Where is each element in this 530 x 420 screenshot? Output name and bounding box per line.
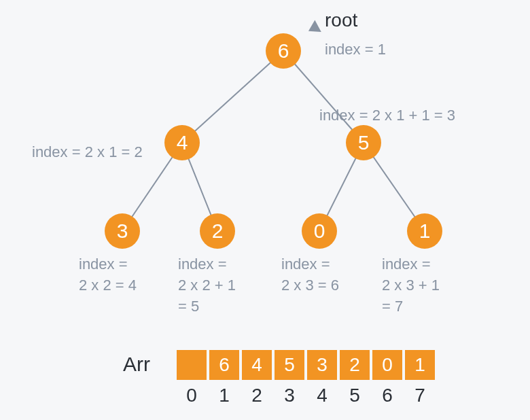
array-cell-2: 4 — [242, 350, 272, 380]
array-cell-6: 0 — [372, 350, 402, 380]
node-6: 0 — [302, 213, 337, 249]
root-index-label: index = 1 — [325, 39, 386, 60]
node-6-value: 0 — [314, 220, 325, 243]
node-7: 1 — [407, 213, 442, 249]
array-cell-4: 3 — [307, 350, 337, 380]
array-label: Arr — [123, 353, 150, 376]
array-cell-2-value: 4 — [251, 354, 262, 376]
node-7-index-label: index = 2 x 3 + 1 = 7 — [382, 254, 440, 317]
node-1: 6 — [266, 33, 301, 69]
node-7-value: 1 — [419, 220, 431, 243]
node-2-value: 4 — [177, 131, 188, 154]
node-3: 5 — [346, 125, 381, 160]
node-5-index-label: index = 2 x 2 + 1 = 5 — [178, 254, 236, 317]
array-index-7: 7 — [405, 385, 435, 406]
node-4-index-label: index = 2 x 2 = 4 — [79, 254, 137, 296]
array-cell-1-value: 6 — [219, 354, 230, 376]
array-cell-3-value: 5 — [284, 354, 295, 376]
array-cell-6-value: 0 — [382, 354, 393, 376]
array-cell-3: 5 — [275, 350, 304, 380]
array-index-2: 2 — [242, 385, 272, 406]
root-label: root — [325, 10, 357, 31]
node-2: 4 — [164, 125, 200, 160]
array-cell-7: 1 — [405, 350, 435, 380]
array-cell-4-value: 3 — [317, 354, 328, 376]
node-3-value: 5 — [358, 131, 370, 154]
node-6-index-label: index = 2 x 3 = 6 — [281, 254, 339, 296]
array-cell-5-value: 2 — [349, 354, 360, 376]
node-5: 2 — [200, 213, 235, 249]
array-index-1: 1 — [209, 385, 239, 406]
array-cell-1: 6 — [209, 350, 239, 380]
node-5-value: 2 — [212, 220, 224, 243]
array-index-3: 3 — [275, 385, 304, 406]
root-pointer-icon — [305, 20, 321, 37]
array-cell-5: 2 — [340, 350, 370, 380]
array-index-0: 0 — [177, 385, 207, 406]
array-index-4: 4 — [307, 385, 337, 406]
array-cells: 6 4 5 3 2 0 1 — [177, 350, 435, 380]
node-3-index-label: index = 2 x 1 + 1 = 3 — [319, 105, 455, 126]
svg-line-0 — [182, 51, 283, 143]
heap-diagram: root index = 1 6 4 5 3 2 0 1 index = 2 x… — [0, 0, 530, 420]
array-indices: 0 1 2 3 4 5 6 7 — [177, 385, 435, 406]
array-index-6: 6 — [372, 385, 402, 406]
array-index-5: 5 — [340, 385, 370, 406]
node-4: 3 — [105, 213, 140, 249]
node-1-value: 6 — [278, 39, 289, 63]
array-cell-0 — [177, 350, 207, 380]
node-4-value: 3 — [117, 220, 128, 243]
array-cell-7-value: 1 — [414, 354, 425, 376]
node-2-index-label: index = 2 x 1 = 2 — [32, 142, 143, 163]
